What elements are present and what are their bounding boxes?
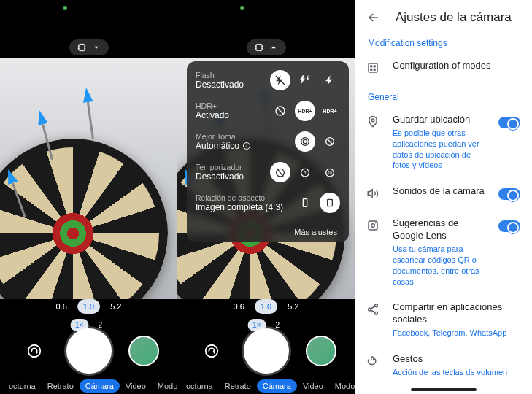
flash-auto-icon — [299, 74, 311, 86]
chevron-up-icon — [269, 42, 279, 53]
shutter-button[interactable] — [66, 328, 112, 374]
zoom-option[interactable]: 0.6 — [228, 299, 250, 314]
setting-modes-config[interactable]: Configuration of modes — [355, 53, 532, 85]
gesture-nav-bar[interactable] — [411, 388, 477, 391]
lens-icon — [366, 219, 379, 232]
mode-nocturna[interactable]: octurna — [180, 379, 219, 393]
switch-camera-button[interactable] — [196, 336, 227, 366]
qs-label: Temporizador — [196, 163, 270, 171]
hdr-on-option[interactable]: HDR+ — [295, 101, 315, 121]
mode-retrato[interactable]: Retrato — [219, 379, 257, 393]
setting-sounds[interactable]: Sonidos de la cámara — [355, 178, 532, 210]
svg-point-1 — [28, 345, 40, 358]
viewfinder[interactable] — [0, 58, 177, 299]
location-toggle[interactable] — [498, 117, 520, 128]
flash-on-option[interactable] — [320, 70, 340, 90]
switch-camera-button[interactable] — [19, 336, 50, 366]
zoom-selector: 0.6 1.0 5.2 — [228, 299, 305, 314]
zoom-option[interactable]: 1.0 — [255, 299, 277, 314]
svg-point-28 — [375, 223, 376, 223]
setting-share[interactable]: Compartir en aplicaciones sociales Faceb… — [355, 294, 532, 346]
qs-hdr-row: HDR+ Activado HDR+ HDR+ — [196, 101, 340, 121]
gallery-thumbnail[interactable] — [306, 336, 336, 366]
zoom-option[interactable]: 1.0 — [77, 299, 100, 314]
timer-3s-option[interactable]: 3 — [295, 162, 315, 182]
quick-settings-toggle[interactable] — [247, 39, 286, 55]
qs-value: Desactivado — [196, 80, 270, 90]
sound-icon — [366, 187, 379, 200]
svg-rect-20 — [369, 63, 377, 72]
timer-10s-option[interactable]: 10 — [320, 162, 340, 182]
mode-retrato[interactable]: Retrato — [42, 379, 80, 393]
setting-title: Configuration of modes — [393, 60, 520, 72]
zoom-option[interactable]: 5.2 — [104, 299, 127, 314]
bestshot-auto-option[interactable] — [295, 131, 315, 152]
bestshot-auto-icon — [299, 136, 311, 147]
flip-camera-icon — [204, 343, 220, 359]
sounds-toggle[interactable] — [498, 188, 520, 200]
mode-modos[interactable]: Modos — [152, 379, 177, 393]
hdr-enhanced-option[interactable]: HDR+ — [320, 101, 340, 121]
zoom-option[interactable]: 5.2 — [282, 299, 304, 314]
qs-timer-row: Temporizador Desactivado 3 10 — [196, 162, 340, 182]
mode-video[interactable]: Video — [297, 379, 329, 393]
hdr-off-option[interactable] — [270, 101, 290, 121]
settings-chip-icon — [254, 42, 264, 53]
timer-3s-icon: 3 — [299, 166, 311, 178]
flash-on-icon — [324, 74, 336, 86]
setting-lens[interactable]: Sugerencias de Google Lens Usa tu cámara… — [355, 210, 532, 294]
setting-subtitle: Acción de las teclas de volumen — [393, 367, 520, 378]
setting-subtitle: Usa tu cámara para escanear códigos QR o… — [393, 244, 487, 287]
page-title: Ajustes de la cámara — [396, 10, 512, 25]
svg-point-25 — [371, 119, 374, 122]
privacy-indicator-dot — [240, 6, 244, 10]
timer-10s-icon: 10 — [324, 166, 336, 178]
mode-video[interactable]: Video — [120, 379, 152, 393]
ratio-full-option[interactable] — [320, 193, 340, 213]
camera-screen-expanded: Flash Desactivado HDR+ Activado HDR+ H — [177, 0, 355, 394]
timer-off-option[interactable] — [270, 162, 290, 182]
camera-controls — [0, 328, 177, 374]
zoom-option[interactable]: 0.6 — [50, 299, 73, 314]
mode-nocturna[interactable]: octurna — [3, 379, 42, 393]
qs-label: Mejor Toma — [196, 132, 295, 141]
camera-controls — [177, 328, 355, 374]
mode-camara[interactable]: Cámara — [257, 379, 297, 393]
settings-chip-icon — [77, 42, 87, 53]
info-icon[interactable] — [242, 142, 251, 150]
gallery-thumbnail[interactable] — [128, 336, 159, 366]
lens-toggle[interactable] — [498, 220, 520, 232]
mode-modos[interactable]: Modos — [329, 379, 355, 393]
flash-auto-option[interactable] — [295, 70, 315, 90]
ratio-wide-option[interactable] — [295, 193, 315, 213]
privacy-indicator-dot — [63, 6, 67, 10]
qs-value: Desactivado — [196, 171, 270, 182]
settings-header: Ajustes de la cámara — [355, 0, 532, 31]
bestshot-off-icon — [324, 136, 336, 147]
qs-bestshot-row: Mejor Toma Automático — [196, 131, 340, 152]
svg-rect-0 — [78, 45, 84, 50]
svg-rect-2 — [255, 45, 261, 50]
back-arrow-icon[interactable] — [366, 10, 381, 25]
mode-camara[interactable]: Cámara — [80, 379, 120, 393]
section-modification: Modification settings — [355, 31, 532, 53]
setting-gestures[interactable]: Gestos Acción de las teclas de volumen — [355, 346, 532, 385]
bestshot-off-option[interactable] — [320, 131, 340, 152]
qs-label: HDR+ — [196, 101, 270, 110]
setting-title: Sonidos de la cámara — [393, 185, 487, 198]
shutter-button[interactable] — [244, 328, 289, 374]
gestures-icon — [366, 355, 379, 368]
svg-point-19 — [205, 345, 217, 358]
svg-text:10: 10 — [328, 171, 332, 175]
quick-settings-toggle[interactable] — [69, 39, 109, 55]
setting-subtitle: Es posible que otras aplicaciones puedan… — [393, 128, 487, 171]
qs-value: Automático — [196, 141, 295, 151]
setting-location[interactable]: Guardar ubicación Es posible que otras a… — [355, 107, 532, 178]
setting-title: Guardar ubicación — [393, 114, 487, 126]
chevron-down-icon — [91, 42, 101, 53]
more-settings-link[interactable]: Más ajustes — [196, 223, 340, 238]
zoom-selector: 0.6 1.0 5.2 — [50, 299, 128, 314]
share-icon — [366, 303, 379, 316]
svg-point-21 — [371, 66, 372, 67]
flash-off-option[interactable] — [270, 70, 290, 90]
